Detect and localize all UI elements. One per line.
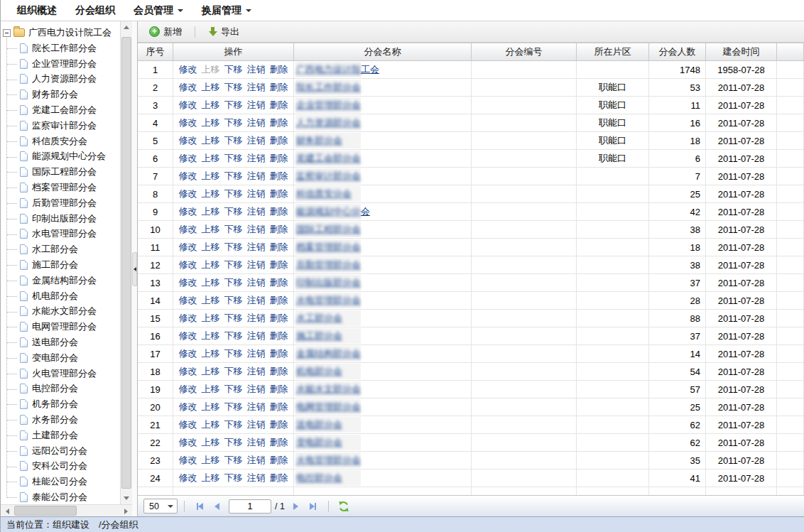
op-move-down-link[interactable]: 下移 (224, 63, 243, 76)
op-move-down-link[interactable]: 下移 (224, 259, 243, 271)
op-deregister-link[interactable]: 注销 (247, 418, 266, 431)
op-delete-link[interactable]: 删除 (270, 223, 288, 236)
branch-name-link[interactable]: 党建工会部分会 (296, 152, 361, 165)
scroll-right-button[interactable] (120, 505, 131, 517)
tree-item[interactable]: 机务部分会 (1, 396, 120, 412)
op-move-down-link[interactable]: 下移 (224, 116, 243, 129)
branch-name-link[interactable]: 机电部分会 (296, 365, 342, 378)
op-delete-link[interactable]: 删除 (270, 347, 288, 360)
op-modify-link[interactable]: 修改 (179, 418, 197, 431)
branch-name-link[interactable]: 施工部分会 (296, 330, 342, 342)
branch-name-link[interactable]: 印制出版部分会 (296, 276, 361, 289)
op-deregister-link[interactable]: 注销 (247, 365, 266, 378)
op-modify-link[interactable]: 修改 (179, 401, 197, 413)
tree-item[interactable]: 党建工会部分会 (1, 102, 120, 118)
op-modify-link[interactable]: 修改 (179, 259, 197, 271)
column-header[interactable]: 序号 (138, 43, 173, 61)
op-delete-link[interactable]: 删除 (270, 205, 288, 218)
op-move-down-link[interactable]: 下移 (224, 454, 243, 467)
op-modify-link[interactable]: 修改 (179, 81, 197, 94)
column-header[interactable]: 建会时间 (706, 43, 777, 61)
next-page-button[interactable] (289, 499, 303, 514)
op-modify-link[interactable]: 修改 (179, 454, 197, 467)
column-header[interactable]: 分会名称 (294, 43, 472, 61)
column-header[interactable]: 操作 (173, 43, 294, 61)
tree-item[interactable]: 监察审计部分会 (1, 118, 120, 134)
nav-item-2[interactable]: 分会组织 (66, 0, 124, 21)
op-move-down-link[interactable]: 下移 (224, 152, 243, 165)
op-move-up-link[interactable]: 上移 (202, 81, 220, 94)
tree-item[interactable]: 水能水文部分会 (1, 304, 120, 320)
op-move-down-link[interactable]: 下移 (224, 383, 243, 396)
op-move-down-link[interactable]: 下移 (224, 294, 243, 307)
op-delete-link[interactable]: 删除 (270, 259, 288, 271)
prev-page-button[interactable] (210, 499, 224, 514)
op-deregister-link[interactable]: 注销 (247, 436, 266, 449)
op-move-up-link[interactable]: 上移 (202, 276, 220, 289)
op-move-down-link[interactable]: 下移 (224, 134, 243, 147)
op-move-down-link[interactable]: 下移 (224, 188, 243, 200)
op-delete-link[interactable]: 删除 (270, 472, 288, 484)
branch-name-link[interactable]: 金属结构部分会 (296, 347, 361, 360)
op-modify-link[interactable]: 修改 (179, 170, 197, 183)
op-move-up-link[interactable]: 上移 (202, 205, 220, 218)
nav-item-4[interactable]: 换届管理 (192, 0, 261, 21)
op-move-up-link[interactable]: 上移 (202, 294, 220, 307)
op-delete-link[interactable]: 删除 (270, 116, 288, 129)
branch-name-link[interactable]: 科信质安分会 (296, 188, 352, 200)
op-delete-link[interactable]: 删除 (270, 436, 288, 449)
op-modify-link[interactable]: 修改 (179, 365, 197, 378)
tree-item[interactable]: 企业管理部分会 (1, 56, 120, 72)
op-deregister-link[interactable]: 注销 (247, 170, 266, 183)
op-deregister-link[interactable]: 注销 (247, 205, 266, 218)
tree-item[interactable]: 金属结构部分会 (1, 273, 120, 288)
op-deregister-link[interactable]: 注销 (247, 276, 266, 289)
page-size-select[interactable]: 50 (143, 499, 178, 514)
op-move-up-link[interactable]: 上移 (202, 188, 220, 200)
op-delete-link[interactable]: 删除 (270, 152, 288, 165)
op-deregister-link[interactable]: 注销 (247, 223, 266, 236)
op-deregister-link[interactable]: 注销 (247, 294, 266, 307)
tree-item[interactable]: 电网管理部分会 (1, 319, 120, 335)
tree-item[interactable]: 桂能公司分会 (1, 474, 120, 489)
op-modify-link[interactable]: 修改 (179, 472, 197, 484)
op-move-up-link[interactable]: 上移 (202, 116, 220, 129)
op-delete-link[interactable]: 删除 (270, 365, 288, 378)
branch-name-link[interactable]: 水能水文部分会 (296, 383, 361, 396)
op-deregister-link[interactable]: 注销 (247, 152, 266, 165)
op-delete-link[interactable]: 删除 (270, 63, 288, 76)
op-modify-link[interactable]: 修改 (179, 294, 197, 307)
branch-name-link[interactable]: 后勤管理部分会 (296, 259, 361, 271)
tree-item[interactable]: 后勤管理部分会 (1, 195, 120, 211)
op-deregister-link[interactable]: 注销 (247, 241, 266, 254)
tree-collapse-expander-icon[interactable] (3, 29, 11, 37)
branch-name-link[interactable]: 变电部分会 (296, 436, 342, 449)
op-move-down-link[interactable]: 下移 (224, 312, 243, 325)
tree-item[interactable]: 安科公司分会 (1, 459, 120, 474)
op-move-up-link[interactable]: 上移 (202, 330, 220, 342)
op-move-down-link[interactable]: 下移 (224, 347, 243, 360)
op-delete-link[interactable]: 删除 (270, 81, 288, 94)
op-modify-link[interactable]: 修改 (179, 223, 197, 236)
op-move-down-link[interactable]: 下移 (224, 276, 243, 289)
op-delete-link[interactable]: 删除 (270, 99, 288, 112)
op-delete-link[interactable]: 删除 (270, 134, 288, 147)
op-move-up-link[interactable]: 上移 (202, 383, 220, 396)
tree-item[interactable]: 变电部分会 (1, 350, 120, 366)
scroll-left-button[interactable] (1, 505, 13, 517)
op-move-up-link[interactable]: 上移 (202, 418, 220, 431)
op-move-up-link[interactable]: 上移 (202, 223, 220, 236)
tree-item[interactable]: 远阳公司分会 (1, 443, 120, 459)
branch-name-link[interactable]: 电网管理部分会 (296, 401, 361, 413)
op-modify-link[interactable]: 修改 (179, 436, 197, 449)
tree-item[interactable]: 人力资源部分会 (1, 72, 120, 87)
op-move-down-link[interactable]: 下移 (224, 436, 243, 449)
op-delete-link[interactable]: 删除 (270, 241, 288, 254)
op-move-up-link[interactable]: 上移 (202, 99, 220, 112)
tree-item[interactable]: 土建部分会 (1, 428, 120, 443)
op-move-up-link[interactable]: 上移 (202, 259, 220, 271)
branch-name-link[interactable]: 院长工作部分会 (296, 81, 361, 94)
op-move-up-link[interactable]: 上移 (202, 436, 220, 449)
tree-item[interactable]: 能源规划中心分会 (1, 149, 120, 165)
op-delete-link[interactable]: 删除 (270, 454, 288, 467)
